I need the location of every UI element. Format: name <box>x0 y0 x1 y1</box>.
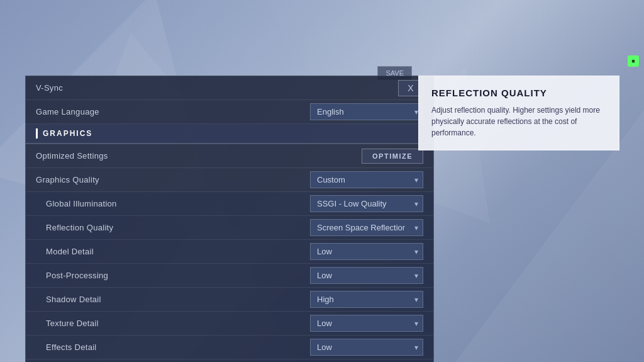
effects-detail-label: Effects Detail <box>46 342 310 352</box>
graphics-quality-label: Graphics Quality <box>36 175 310 184</box>
game-language-select[interactable]: English French German Spanish Japanese C… <box>310 103 423 120</box>
reflection-quality-select[interactable]: Off Screen Space Reflections Ray Traced … <box>310 219 423 236</box>
model-detail-label: Model Detail <box>46 247 310 256</box>
model-detail-select[interactable]: Low Medium High Ultra <box>310 243 423 260</box>
graphics-quality-row: Graphics Quality Low Medium High Ultra C… <box>26 168 433 192</box>
post-processing-row: Post-Processing Low Medium High Ultra <box>26 264 433 288</box>
texture-detail-select[interactable]: Low Medium High Ultra <box>310 315 423 332</box>
model-detail-row: Model Detail Low Medium High Ultra <box>26 240 433 264</box>
shadow-detail-control: Low Medium High Ultra <box>310 291 423 308</box>
foliage-quality-row: Foliage Quality Low Medium High Ultra <box>26 359 433 362</box>
optimize-button[interactable]: OPTIMIZE <box>362 149 423 164</box>
graphics-quality-select[interactable]: Low Medium High Ultra Custom <box>310 171 423 188</box>
graphics-quality-control: Low Medium High Ultra Custom <box>310 171 423 188</box>
reflection-quality-row: Reflection Quality Off Screen Space Refl… <box>26 216 433 240</box>
shadow-detail-select[interactable]: Low Medium High Ultra <box>310 291 423 308</box>
settings-panel: V-Sync X Game Language English French Ge… <box>25 76 434 362</box>
post-processing-control: Low Medium High Ultra <box>310 267 423 284</box>
optimized-settings-label: Optimized Settings <box>36 151 362 161</box>
texture-detail-control: Low Medium High Ultra <box>310 315 423 332</box>
game-language-control: English French German Spanish Japanese C… <box>310 103 423 120</box>
game-language-row: Game Language English French German Span… <box>26 100 433 124</box>
shadow-detail-row: Shadow Detail Low Medium High Ultra <box>26 288 433 312</box>
vsync-row: V-Sync X <box>26 76 433 100</box>
graphics-section-header: GRAPHICS <box>26 124 433 144</box>
global-illumination-row: Global Illumination Off SSGI - Low Quali… <box>26 192 433 216</box>
global-illumination-control: Off SSGI - Low Quality SSGI - Medium Qua… <box>310 195 423 212</box>
effects-detail-control: Low Medium High Ultra <box>310 339 423 356</box>
effects-detail-row: Effects Detail Low Medium High Ultra <box>26 336 433 359</box>
post-processing-select[interactable]: Low Medium High Ultra <box>310 267 423 284</box>
game-language-label: Game Language <box>36 107 310 116</box>
section-header-bar <box>36 128 38 139</box>
reflection-quality-control: Off Screen Space Reflections Ray Traced … <box>310 219 423 236</box>
shadow-detail-label: Shadow Detail <box>46 295 310 304</box>
optimized-settings-row: Optimized Settings OPTIMIZE <box>26 144 433 168</box>
model-detail-control: Low Medium High Ultra <box>310 243 423 260</box>
reflection-quality-label: Reflection Quality <box>46 223 310 232</box>
info-panel: REFLECTION QUALITY Adjust reflection qua… <box>418 76 619 150</box>
texture-detail-label: Texture Detail <box>46 319 310 328</box>
info-panel-title: REFLECTION QUALITY <box>431 88 606 98</box>
global-illumination-label: Global Illumination <box>46 199 310 208</box>
status-indicator: ■ <box>628 55 639 67</box>
global-illumination-select[interactable]: Off SSGI - Low Quality SSGI - Medium Qua… <box>310 195 423 212</box>
graphics-header-text: GRAPHICS <box>43 129 92 138</box>
optimize-control: OPTIMIZE <box>362 149 423 164</box>
effects-detail-select[interactable]: Low Medium High Ultra <box>310 339 423 356</box>
texture-detail-row: Texture Detail Low Medium High Ultra <box>26 312 433 336</box>
vsync-label: V-Sync <box>36 83 398 93</box>
info-panel-description: Adjust reflection quality. Higher settin… <box>431 105 606 139</box>
post-processing-label: Post-Processing <box>46 271 310 280</box>
